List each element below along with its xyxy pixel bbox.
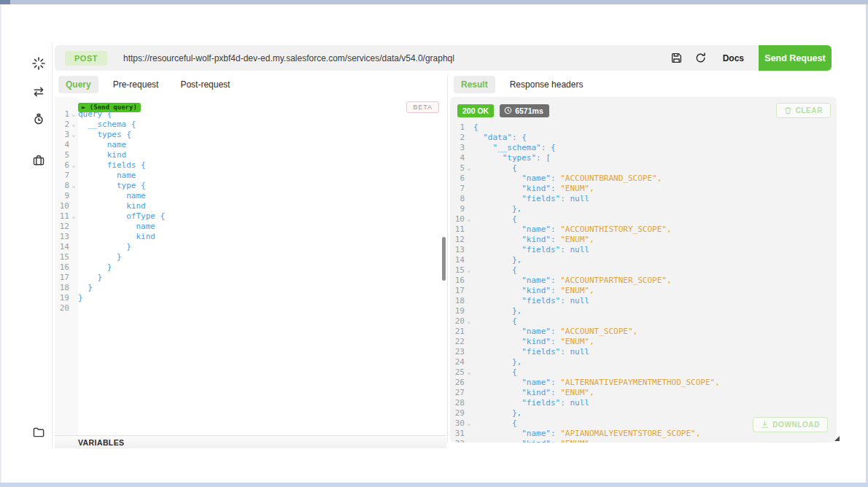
tab-result[interactable]: Result [454,76,495,93]
fold-spacer [69,283,78,293]
fold-spacer [465,235,473,245]
fold-spacer [465,276,473,286]
query-code: 1⌄query {2⌄ __schema {3⌄ types {4 name5 … [55,109,446,313]
result-code-line: 14 }, [450,255,837,265]
code-text: "kind": "ENUM", [473,337,594,347]
fold-chevron-icon[interactable]: ⌄ [465,163,473,174]
variables-section-header[interactable]: VARIABLES [55,435,446,448]
clock-icon [504,106,512,114]
line-number: 16 [55,262,69,273]
code-text: name [78,222,155,232]
result-code-line: 24 }, [450,357,837,367]
line-number: 1 [55,109,69,120]
code-text: { [473,418,517,429]
line-number: 32 [450,439,465,443]
fold-chevron-icon[interactable]: ⌄ [465,316,473,327]
fold-chevron-icon[interactable]: ⌄ [69,181,78,191]
beta-badge: BETA [406,101,439,113]
query-editor[interactable]: ► (Send query) 1⌄query {2⌄ __schema {3⌄ … [55,97,446,435]
fold-chevron-icon[interactable]: ⌄ [465,367,473,378]
fold-chevron-icon[interactable]: ⌄ [69,130,78,140]
result-code-line: 1{ [450,122,837,133]
query-code-line: 20 [55,303,446,313]
line-number: 9 [450,204,465,214]
line-number: 9 [55,191,69,201]
line-number: 13 [450,245,465,255]
query-code-line: 6⌄ fields { [55,160,446,171]
app-window: POST https://resourceful-wolf-pxbf4d-dev… [0,0,868,487]
code-text: "name": "ACCOUNTBRAND_SCOPE", [473,174,662,184]
refresh-icon[interactable] [694,52,707,64]
code-text: }, [473,255,522,265]
result-code-line: 26 "name": "ALTERNATIVEPAYMENTMETHOD_SCO… [450,378,837,388]
fold-chevron-icon[interactable]: ⌄ [465,418,473,429]
fold-spacer [69,303,78,313]
tab-response-headers[interactable]: Response headers [503,76,591,93]
fold-spacer [465,194,473,204]
tab-post-request[interactable]: Post-request [173,76,237,93]
method-badge[interactable]: POST [65,51,107,66]
fold-spacer [465,133,473,143]
fold-spacer [465,245,473,255]
fold-chevron-icon[interactable]: ⌄ [69,120,78,130]
result-code-line: 2 "data": { [450,133,837,143]
line-number: 18 [450,296,465,306]
line-number: 18 [55,283,69,293]
line-number: 14 [55,242,69,252]
fold-chevron-icon[interactable]: ⌄ [69,109,78,120]
line-number: 8 [55,181,69,191]
save-icon[interactable] [670,52,683,64]
result-code-line: 4 "types": [ [450,153,837,163]
code-text: kind [78,201,146,211]
tab-pre-request[interactable]: Pre-request [106,76,166,93]
watch-icon[interactable] [32,113,45,126]
briefcase-icon[interactable] [32,154,45,167]
fold-chevron-icon[interactable]: ⌄ [465,214,473,225]
line-number: 10 [55,201,69,211]
fold-spacer [465,337,473,347]
request-tabs: Query Pre-request Post-request [58,76,237,93]
download-icon [761,421,769,429]
clear-button[interactable]: CLEAR [776,103,831,118]
code-text: }, [473,204,522,214]
tab-query[interactable]: Query [58,76,98,93]
request-bar: POST https://resourceful-wolf-pxbf4d-dev… [55,45,832,71]
sync-icon[interactable] [32,85,45,98]
code-text: types { [78,130,131,140]
line-number: 11 [55,211,69,222]
code-text: "fields": null [473,347,589,357]
folder-icon[interactable] [32,426,45,439]
code-text: query { [78,109,112,120]
line-number: 20 [55,303,69,313]
code-text: { [473,163,517,174]
query-code-line: 2⌄ __schema { [55,120,446,130]
query-code-line: 17 } [55,273,446,283]
fold-chevron-icon[interactable]: ⌄ [69,160,78,171]
fold-chevron-icon[interactable]: ⌄ [69,211,78,222]
editor-scrollbar-thumb[interactable] [442,237,446,281]
fold-spacer [465,306,473,316]
query-code-line: 9 name [55,191,446,201]
line-number: 16 [450,276,465,286]
query-code-line: 4 name [55,140,446,150]
code-text: } [78,273,102,283]
panel-divider [447,75,448,443]
line-number: 5 [450,163,465,174]
code-text: { [473,214,517,225]
resize-handle[interactable] [834,436,840,441]
query-code-line: 10 kind [55,201,446,211]
fold-spacer [465,327,473,337]
download-button[interactable]: DOWNLOAD [753,417,828,432]
spinner-icon[interactable] [32,57,45,70]
docs-button[interactable]: Docs [723,53,744,63]
response-time-badge: 6571ms [500,104,549,117]
code-text: }, [473,357,522,367]
url-input[interactable]: https://resourceful-wolf-pxbf4d-dev-ed.m… [123,53,670,63]
status-badge: 200 OK [457,104,494,117]
result-code-line: 19 }, [450,306,837,316]
fold-chevron-icon[interactable]: ⌄ [465,265,473,276]
line-number: 25 [450,367,465,378]
send-request-button[interactable]: Send Request [759,45,832,71]
code-text: "data": { [473,133,527,143]
code-text: }, [473,408,522,418]
